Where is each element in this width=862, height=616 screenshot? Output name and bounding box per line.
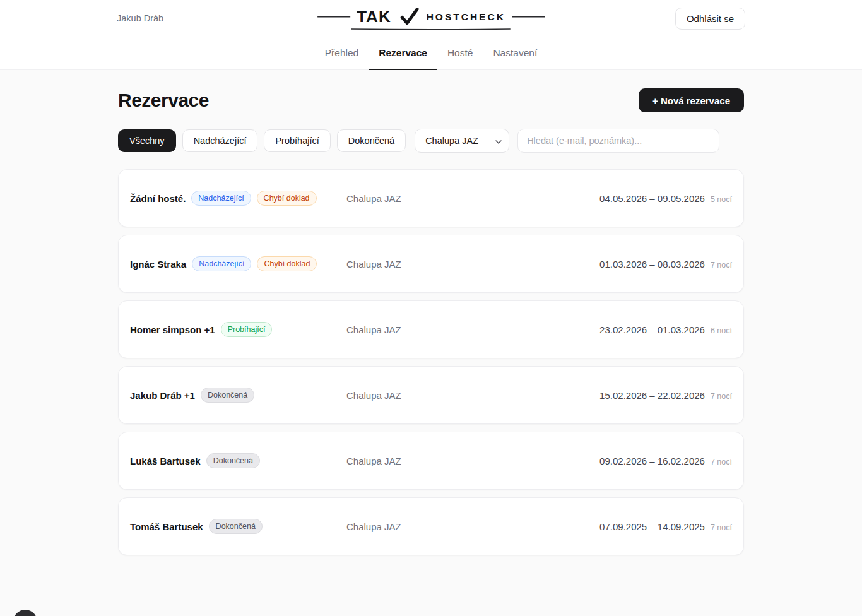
guest-name: Žádní hosté. xyxy=(130,193,186,204)
reservation-dates: 04.05.2026 – 09.05.2026 xyxy=(599,193,705,204)
logout-button[interactable]: Odhlásit se xyxy=(675,8,745,30)
card-left: Žádní hosté. Nadcházející Chybí doklad xyxy=(130,191,346,206)
filter-chip-probihajici[interactable]: Probíhající xyxy=(264,129,330,152)
card-right: 09.02.2026 – 16.02.2026 7 nocí xyxy=(599,456,732,466)
reservation-card[interactable]: Homer simpson +1 Probíhající Chalupa JAZ… xyxy=(118,300,744,358)
reservation-dates: 01.03.2026 – 08.03.2026 xyxy=(599,259,705,270)
page-title: Rezervace xyxy=(118,90,209,111)
title-row: Rezervace + Nová rezervace xyxy=(118,88,744,112)
reservation-nights: 7 nocí xyxy=(711,458,732,466)
card-left: Homer simpson +1 Probíhající xyxy=(130,322,346,337)
tab-prehled[interactable]: Přehled xyxy=(315,37,369,70)
reservation-nights: 7 nocí xyxy=(711,523,732,532)
logo-text-hostcheck: HOSTCHECK xyxy=(427,11,505,22)
card-left: Lukáš Bartusek Dokončená xyxy=(130,453,346,468)
logged-in-user: Jakub Dráb xyxy=(117,13,163,23)
status-badge: Dokončená xyxy=(201,388,254,403)
main-nav: Přehled Rezervace Hosté Nastavení xyxy=(0,37,862,70)
card-right: 23.02.2026 – 01.03.2026 6 nocí xyxy=(599,324,732,335)
guest-name: Homer simpson +1 xyxy=(130,324,215,335)
property-select[interactable]: Chalupa JAZ xyxy=(415,129,509,153)
reservation-card[interactable]: Jakub Dráb +1 Dokončená Chalupa JAZ 15.0… xyxy=(118,366,744,424)
card-left: Tomáš Bartusek Dokončená xyxy=(130,519,346,534)
checkmark-icon xyxy=(400,8,419,25)
reservation-card[interactable]: Ignác Straka Nadcházející Chybí doklad C… xyxy=(118,235,744,293)
app-logo: TAK HOSTCHECK xyxy=(317,7,545,30)
reservation-dates: 09.02.2026 – 16.02.2026 xyxy=(599,456,705,466)
filter-chip-nadchazejici[interactable]: Nadcházející xyxy=(182,129,258,152)
guest-name: Tomáš Bartusek xyxy=(130,521,203,532)
reservation-card[interactable]: Žádní hosté. Nadcházející Chybí doklad C… xyxy=(118,169,744,227)
search-input[interactable] xyxy=(517,129,719,153)
card-right: 04.05.2026 – 09.05.2026 5 nocí xyxy=(599,193,732,204)
tab-nastaveni[interactable]: Nastavení xyxy=(483,37,547,70)
reservation-nights: 5 nocí xyxy=(711,195,732,204)
reservation-nights: 6 nocí xyxy=(711,326,732,335)
filter-chip-dokoncena[interactable]: Dokončená xyxy=(337,129,406,152)
property-select-wrap: Chalupa JAZ xyxy=(415,129,509,153)
new-reservation-button[interactable]: + Nová rezervace xyxy=(639,88,744,112)
reservation-nights: 7 nocí xyxy=(711,261,732,270)
card-left: Ignác Straka Nadcházející Chybí doklad xyxy=(130,256,346,271)
tab-rezervace[interactable]: Rezervace xyxy=(369,37,437,70)
logo-text-tak: TAK xyxy=(357,7,391,27)
tab-hoste[interactable]: Hosté xyxy=(437,37,483,70)
logo-left-line xyxy=(317,16,350,17)
status-badge: Nadcházející xyxy=(192,256,251,271)
reservation-list: Žádní hosté. Nadcházející Chybí doklad C… xyxy=(118,169,744,555)
document-badge: Chybí doklad xyxy=(257,256,317,271)
reservation-dates: 15.02.2026 – 22.02.2026 xyxy=(599,390,705,401)
main-content: Rezervace + Nová rezervace Všechny Nadch… xyxy=(118,70,744,555)
property-name: Chalupa JAZ xyxy=(346,390,599,401)
filter-row: Všechny Nadcházející Probíhající Dokonče… xyxy=(118,129,744,153)
guest-name: Lukáš Bartusek xyxy=(130,456,201,466)
reservation-dates: 07.09.2025 – 14.09.2025 xyxy=(599,521,705,532)
card-left: Jakub Dráb +1 Dokončená xyxy=(130,388,346,403)
property-name: Chalupa JAZ xyxy=(346,456,599,466)
reservation-card[interactable]: Tomáš Bartusek Dokončená Chalupa JAZ 07.… xyxy=(118,497,744,555)
card-right: 01.03.2026 – 08.03.2026 7 nocí xyxy=(599,259,732,270)
floating-widget-button[interactable] xyxy=(13,610,37,616)
app-header: Jakub Dráb TAK HOSTCHECK Odhlásit se xyxy=(0,0,862,37)
card-right: 15.02.2026 – 22.02.2026 7 nocí xyxy=(599,390,732,401)
card-right: 07.09.2025 – 14.09.2025 7 nocí xyxy=(599,521,732,532)
logo-swoosh-underline xyxy=(351,28,512,30)
guest-name: Jakub Dráb +1 xyxy=(130,390,195,401)
property-name: Chalupa JAZ xyxy=(346,193,599,204)
reservation-dates: 23.02.2026 – 01.03.2026 xyxy=(599,324,705,335)
logo-right-line xyxy=(512,16,545,17)
document-badge: Chybí doklad xyxy=(257,191,317,206)
filter-chip-vsechny[interactable]: Všechny xyxy=(118,129,176,152)
property-name: Chalupa JAZ xyxy=(346,521,599,532)
status-badge: Dokončená xyxy=(209,519,263,534)
property-name: Chalupa JAZ xyxy=(346,324,599,335)
property-name: Chalupa JAZ xyxy=(346,259,599,270)
status-badge: Nadcházející xyxy=(191,191,251,206)
guest-name: Ignác Straka xyxy=(130,259,186,270)
status-badge: Probíhající xyxy=(221,322,273,337)
status-badge: Dokončená xyxy=(206,453,260,468)
reservation-nights: 7 nocí xyxy=(711,392,732,401)
reservation-card[interactable]: Lukáš Bartusek Dokončená Chalupa JAZ 09.… xyxy=(118,432,744,490)
